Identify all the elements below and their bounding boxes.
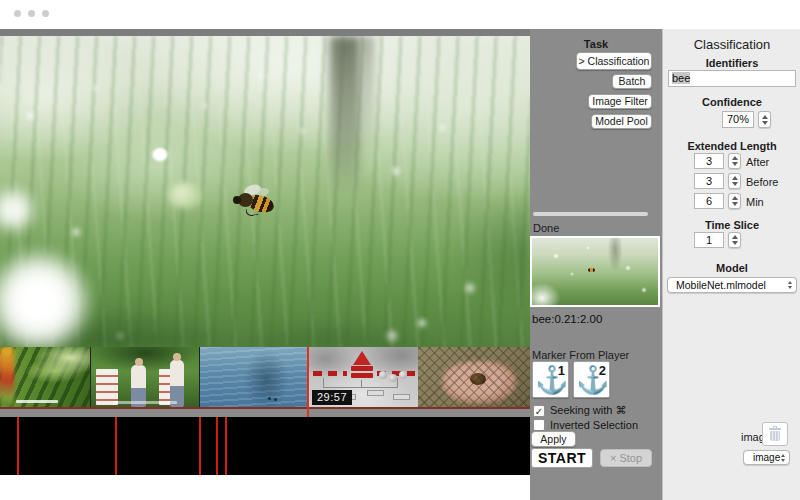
- filmstrip-thumb-diagram[interactable]: 29:57: [309, 347, 418, 407]
- timeline-marker[interactable]: [199, 417, 201, 475]
- caption-blur: [16, 400, 58, 403]
- anchor-2-button[interactable]: ⚓ 2: [573, 361, 610, 398]
- min-stepper[interactable]: [728, 193, 741, 209]
- done-result-thumbnail[interactable]: [530, 236, 660, 307]
- filmstrip-thumb-sea[interactable]: [200, 347, 307, 407]
- before-label: Before: [746, 176, 778, 188]
- filmstrip-thumb-hand-net[interactable]: [418, 347, 530, 407]
- before-input[interactable]: 3: [694, 173, 724, 189]
- playhead-marker[interactable]: [307, 347, 309, 417]
- model-dropdown[interactable]: MobileNet.mlmodel: [667, 277, 797, 293]
- after-input[interactable]: 3: [694, 153, 724, 169]
- before-stepper[interactable]: [728, 173, 741, 189]
- mini-bee: [588, 268, 595, 272]
- flower-bud: [168, 182, 202, 208]
- batch-button[interactable]: Batch: [612, 74, 652, 89]
- time-slice-label: Time Slice: [663, 219, 800, 231]
- red-triangle-overlay: [353, 351, 371, 365]
- close-window-icon[interactable]: [14, 10, 21, 17]
- task-panel: Task > Classification Batch Image Filter…: [530, 29, 662, 500]
- minimize-window-icon[interactable]: [28, 10, 35, 17]
- app-window: 29:57 Task > Classification Batch Image …: [0, 0, 800, 500]
- video-player[interactable]: [0, 36, 530, 347]
- timeline-marker[interactable]: [225, 417, 227, 475]
- filmstrip-thumb-vegetables[interactable]: [0, 347, 90, 407]
- timeline-marker[interactable]: [216, 417, 218, 475]
- progress-bar: [533, 212, 648, 216]
- filmstrip-thumb-beekeepers[interactable]: [91, 347, 199, 407]
- seeking-label: Seeking with ⌘: [550, 404, 626, 417]
- anchor-1-button[interactable]: ⚓ 1: [532, 361, 569, 398]
- timeline-track[interactable]: [0, 417, 530, 475]
- classification-task-button[interactable]: > Classification: [576, 52, 652, 70]
- confidence-stepper[interactable]: [758, 111, 771, 128]
- trash-icon: [769, 426, 781, 442]
- stop-button: × Stop: [600, 449, 652, 467]
- after-stepper[interactable]: [728, 153, 741, 169]
- confidence-label: Confidence: [663, 96, 800, 108]
- filmstrip: 29:57: [0, 347, 530, 409]
- start-button[interactable]: START: [531, 448, 593, 468]
- caption-blur: [113, 401, 177, 404]
- blurred-daisy: [0, 248, 98, 347]
- timeline-marker[interactable]: [115, 417, 117, 475]
- panel-title: Classification: [663, 37, 800, 52]
- done-label: Done: [533, 222, 559, 234]
- identifiers-input[interactable]: bee: [668, 70, 796, 87]
- time-slice-input[interactable]: 1: [694, 232, 724, 248]
- inverted-selection-checkbox[interactable]: [533, 419, 545, 431]
- seeking-checkbox[interactable]: ✓: [533, 405, 545, 417]
- marker-from-player-label: Marker From Player: [532, 349, 629, 361]
- chevron-up-down-icon: [781, 452, 785, 462]
- timeline-gap: [0, 409, 530, 417]
- blurred-daisy-2: [0, 186, 40, 234]
- task-panel-title: Task: [530, 38, 662, 50]
- zoom-window-icon[interactable]: [42, 10, 49, 17]
- apply-button[interactable]: Apply: [531, 431, 576, 447]
- timeline-marker[interactable]: [17, 417, 19, 475]
- model-pool-button[interactable]: Model Pool: [591, 114, 652, 129]
- timecode-badge: 29:57: [312, 390, 352, 405]
- min-input[interactable]: 6: [694, 193, 724, 209]
- classification-settings-panel: Classification Identifiers bee Confidenc…: [662, 29, 800, 500]
- bee-subject: [232, 184, 278, 224]
- after-label: After: [746, 156, 769, 168]
- check-icon: ✓: [535, 406, 543, 417]
- trash-button[interactable]: [762, 422, 788, 446]
- image-filter-button[interactable]: Image Filter: [588, 94, 652, 109]
- chevron-up-down-icon: [788, 279, 792, 289]
- identifiers-label: Identifiers: [663, 57, 800, 69]
- confidence-input[interactable]: 70%: [722, 111, 754, 128]
- extended-length-label: Extended Length: [663, 140, 800, 152]
- time-slice-stepper[interactable]: [728, 232, 741, 248]
- chevron-right-icon: >: [579, 55, 585, 67]
- window-titlebar: [0, 0, 800, 29]
- x-icon: ×: [610, 452, 616, 464]
- white-flower: [152, 148, 168, 161]
- result-caption: bee:0.21:2.00: [532, 313, 602, 325]
- min-label: Min: [746, 196, 764, 208]
- image-dropdown[interactable]: image: [743, 450, 790, 465]
- inverted-selection-label: Inverted Selection: [550, 419, 638, 431]
- model-label: Model: [663, 262, 800, 274]
- footer-strip: [0, 475, 530, 500]
